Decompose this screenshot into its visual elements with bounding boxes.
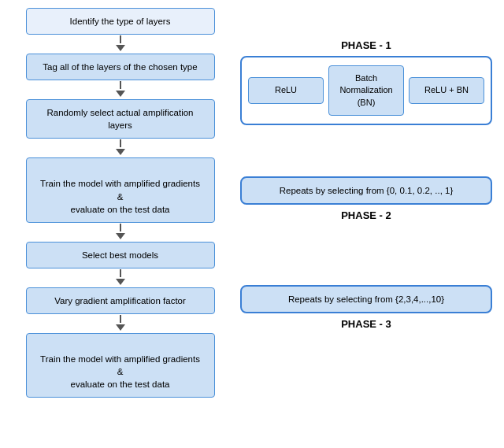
box-select-text: Select best models (82, 250, 158, 260)
main-container: Identify the type of layers Tag all of t… (0, 0, 504, 405)
arrow-1 (116, 35, 125, 53)
box-tag-text: Tag all of the layers of the chosen type (43, 62, 197, 72)
phases-column: PHASE - 1 ReLU Batch Normalization (BN) … (232, 8, 492, 398)
box-train2: Train the model with amplified gradients… (26, 333, 215, 398)
flowchart-column: Identify the type of layers Tag all of t… (8, 8, 232, 398)
box-randomly: Randomly select actual amplification lay… (26, 99, 215, 139)
phase1-label: PHASE - 1 (240, 39, 492, 51)
phase3-section: Repeats by selecting from {2,3,4,...,10}… (240, 285, 492, 335)
box-train1-text: Train the model with amplified gradients… (40, 179, 200, 213)
phase1-section: PHASE - 1 ReLU Batch Normalization (BN) … (240, 39, 492, 125)
box-identify-text: Identify the type of layers (70, 17, 171, 26)
phase3-text: Repeats by selecting from {2,3,4,...,10} (288, 294, 444, 304)
box-identify: Identify the type of layers (26, 8, 215, 35)
box-tag: Tag all of the layers of the chosen type (26, 54, 215, 80)
phase1-relu-bn-text: ReLU + BN (424, 85, 469, 94)
arrow-3 (116, 139, 125, 157)
phase3-box: Repeats by selecting from {2,3,4,...,10} (240, 285, 492, 313)
phase1-bn-text: Batch Normalization (BN) (339, 73, 392, 107)
arrow-5 (116, 269, 125, 287)
phase2-text: Repeats by selecting from {0, 0.1, 0.2, … (280, 186, 454, 195)
phase3-label: PHASE - 3 (240, 318, 492, 330)
box-vary-text: Vary gradient amplification factor (54, 296, 186, 305)
arrow-4 (116, 224, 125, 241)
box-vary: Vary gradient amplification factor (26, 287, 215, 314)
phase1-box: ReLU Batch Normalization (BN) ReLU + BN (240, 56, 492, 125)
phase2-box: Repeats by selecting from {0, 0.1, 0.2, … (240, 176, 492, 205)
phase1-item-bn: Batch Normalization (BN) (328, 65, 404, 116)
phase1-item-relu-bn: ReLU + BN (409, 77, 484, 103)
phase1-relu-text: ReLU (275, 85, 297, 94)
box-train2-text: Train the model with amplified gradients… (40, 354, 200, 389)
arrow-6 (116, 315, 125, 332)
arrow-2 (116, 81, 125, 98)
box-select: Select best models (26, 242, 215, 268)
phase2-label: PHASE - 2 (240, 209, 492, 221)
box-randomly-text: Randomly select actual amplification lay… (46, 108, 193, 130)
phase2-section: Repeats by selecting from {0, 0.1, 0.2, … (240, 176, 492, 226)
phase1-item-relu: ReLU (248, 77, 324, 103)
box-train1: Train the model with amplified gradients… (26, 157, 215, 222)
